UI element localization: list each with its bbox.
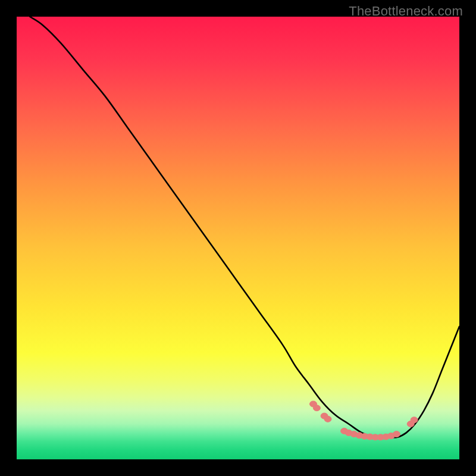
chart-frame: TheBottleneck.com [0, 0, 476, 476]
curve-marker [411, 417, 418, 423]
chart-svg [17, 17, 459, 459]
chart-plot-area [17, 17, 459, 459]
curve-marker [324, 416, 331, 422]
curve-marker [313, 405, 320, 411]
curve-marker [393, 431, 400, 437]
bottleneck-curve [30, 17, 459, 437]
watermark-text: TheBottleneck.com [349, 4, 463, 19]
